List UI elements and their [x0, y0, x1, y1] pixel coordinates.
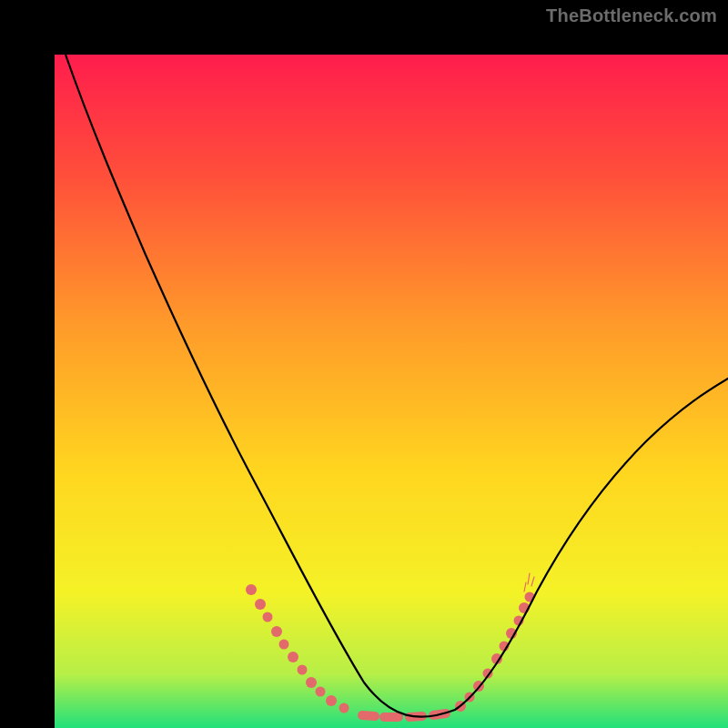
gradient-background — [55, 55, 728, 728]
svg-point-3 — [271, 626, 282, 637]
svg-point-5 — [288, 652, 298, 662]
attribution-text: TheBottleneck.com — [546, 5, 717, 26]
svg-point-9 — [326, 695, 337, 706]
svg-point-1 — [255, 599, 266, 610]
svg-point-10 — [339, 703, 349, 713]
svg-point-6 — [298, 665, 308, 675]
svg-point-2 — [263, 612, 273, 622]
plot-frame — [27, 27, 701, 701]
svg-point-4 — [279, 640, 289, 650]
svg-point-0 — [246, 584, 257, 595]
svg-point-8 — [316, 687, 326, 697]
svg-point-7 — [306, 677, 317, 688]
chart-svg — [55, 55, 728, 728]
